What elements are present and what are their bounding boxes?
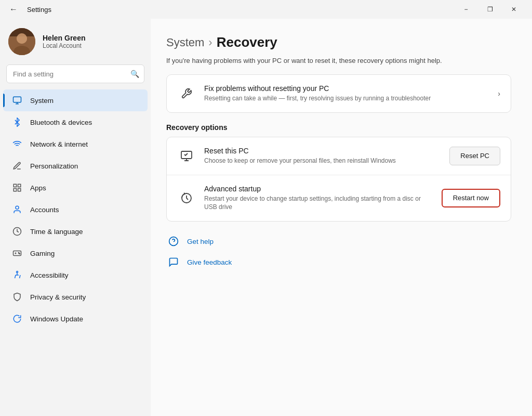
- svg-rect-8: [14, 189, 16, 191]
- breadcrumb-parent: System: [166, 36, 204, 49]
- sidebar-item-network[interactable]: Network & internet: [3, 133, 148, 155]
- recovery-options-card: Reset this PC Choose to keep or remove y…: [166, 137, 511, 222]
- fix-problems-item[interactable]: Fix problems without resetting your PC R…: [167, 75, 511, 112]
- fix-problems-text: Fix problems without resetting your PC R…: [204, 84, 489, 103]
- sidebar-item-label: Accounts: [30, 206, 59, 214]
- privacy-icon: [11, 291, 23, 303]
- svg-point-14: [19, 253, 20, 254]
- advanced-startup-row: Advanced startup Restart your device to …: [167, 175, 511, 222]
- main-content: System › Recovery If you're having probl…: [151, 19, 532, 416]
- app-title: Settings: [27, 6, 51, 14]
- user-info: Helen Green Local Account: [43, 34, 85, 49]
- svg-point-15: [17, 271, 18, 273]
- sidebar-item-privacy[interactable]: Privacy & security: [3, 286, 148, 308]
- sidebar-item-gaming[interactable]: Gaming: [3, 242, 148, 264]
- sidebar-item-accessibility[interactable]: Accessibility: [3, 264, 148, 286]
- sidebar-item-label: Gaming: [30, 250, 55, 257]
- search-box: 🔍: [6, 64, 144, 83]
- page-header: System › Recovery If you're having probl…: [166, 34, 511, 66]
- fix-problems-card: Fix problems without resetting your PC R…: [166, 74, 511, 113]
- restart-now-button[interactable]: Restart now: [442, 189, 500, 207]
- wrench-icon: [177, 84, 196, 103]
- advanced-startup-icon: [177, 189, 196, 207]
- advanced-startup-text: Advanced startup Restart your device to …: [204, 185, 433, 212]
- reset-pc-title: Reset this PC: [204, 147, 441, 155]
- help-links: Get help Give feedback: [166, 234, 511, 269]
- sidebar-item-bluetooth[interactable]: Bluetooth & devices: [3, 111, 148, 133]
- get-help-icon: [166, 234, 181, 249]
- accessibility-icon: [11, 269, 23, 281]
- reset-pc-row: Reset this PC Choose to keep or remove y…: [167, 137, 511, 175]
- close-button[interactable]: ✕: [502, 0, 526, 19]
- avatar: [8, 28, 35, 55]
- minimize-button[interactable]: −: [454, 0, 478, 19]
- user-type: Local Account: [43, 42, 85, 49]
- page-description: If you're having problems with your PC o…: [166, 56, 511, 66]
- bluetooth-icon: [11, 116, 23, 128]
- sidebar-item-label: System: [30, 97, 54, 105]
- reset-icon: [177, 147, 196, 165]
- sidebar-item-label: Network & internet: [30, 140, 88, 148]
- accounts-icon: [11, 204, 23, 215]
- sidebar-item-personalization[interactable]: Personalization: [3, 155, 148, 177]
- sidebar-item-time[interactable]: Time & language: [3, 220, 148, 242]
- window-controls: − ❐ ✕: [454, 0, 526, 19]
- back-button[interactable]: ←: [6, 2, 21, 17]
- fix-problems-desc: Resetting can take a while — first, try …: [204, 94, 489, 103]
- sidebar-item-windows-update[interactable]: Windows Update: [3, 308, 148, 330]
- user-profile[interactable]: Helen Green Local Account: [0, 19, 151, 64]
- breadcrumb: System › Recovery: [166, 34, 511, 50]
- sidebar-item-label: Time & language: [30, 228, 83, 236]
- sidebar-item-accounts[interactable]: Accounts: [3, 199, 148, 220]
- breadcrumb-separator: ›: [208, 36, 212, 49]
- gaming-icon: [11, 248, 23, 259]
- advanced-startup-title: Advanced startup: [204, 185, 433, 193]
- svg-rect-9: [18, 189, 21, 191]
- title-bar-left: ← Settings: [6, 2, 51, 17]
- give-feedback-icon: [166, 255, 181, 269]
- svg-rect-6: [14, 184, 16, 187]
- apps-icon: [11, 182, 23, 193]
- maximize-button[interactable]: ❐: [478, 0, 502, 19]
- title-bar: ← Settings − ❐ ✕: [0, 0, 532, 19]
- sidebar: Helen Green Local Account 🔍 System Bluet…: [0, 19, 151, 416]
- reset-pc-desc: Choose to keep or remove your personal f…: [204, 157, 441, 165]
- reset-pc-button[interactable]: Reset PC: [449, 147, 500, 165]
- windows-update-icon: [11, 313, 23, 324]
- search-icon: 🔍: [130, 70, 139, 78]
- svg-rect-7: [18, 184, 21, 187]
- user-name: Helen Green: [43, 34, 85, 42]
- sidebar-item-label: Accessibility: [30, 271, 69, 279]
- app-container: Helen Green Local Account 🔍 System Bluet…: [0, 19, 532, 416]
- recovery-section-title: Recovery options: [166, 123, 511, 132]
- reset-pc-text: Reset this PC Choose to keep or remove y…: [204, 147, 441, 165]
- svg-rect-5: [14, 97, 21, 102]
- sidebar-item-label: Apps: [30, 184, 46, 192]
- chevron-right-icon: ›: [498, 89, 500, 98]
- give-feedback-label[interactable]: Give feedback: [187, 258, 232, 266]
- sidebar-item-apps[interactable]: Apps: [3, 177, 148, 199]
- get-help-label[interactable]: Get help: [187, 238, 214, 245]
- sidebar-item-label: Privacy & security: [30, 293, 86, 301]
- sidebar-item-label: Personalization: [30, 162, 78, 170]
- fix-problems-title: Fix problems without resetting your PC: [204, 84, 489, 93]
- search-input[interactable]: [6, 64, 144, 83]
- personalization-icon: [11, 160, 23, 172]
- nav-list: System Bluetooth & devices Network & int…: [0, 89, 151, 330]
- sidebar-item-label: Windows Update: [30, 315, 83, 323]
- network-icon: [11, 138, 23, 150]
- sidebar-item-label: Bluetooth & devices: [30, 119, 92, 126]
- svg-point-4: [17, 33, 27, 44]
- give-feedback-item[interactable]: Give feedback: [166, 255, 511, 269]
- system-icon: [11, 95, 23, 106]
- advanced-startup-desc: Restart your device to change startup se…: [204, 194, 433, 212]
- get-help-item[interactable]: Get help: [166, 234, 511, 249]
- time-icon: [11, 226, 23, 237]
- sidebar-item-system[interactable]: System: [3, 89, 148, 111]
- breadcrumb-current: Recovery: [217, 34, 277, 50]
- svg-point-10: [16, 206, 19, 209]
